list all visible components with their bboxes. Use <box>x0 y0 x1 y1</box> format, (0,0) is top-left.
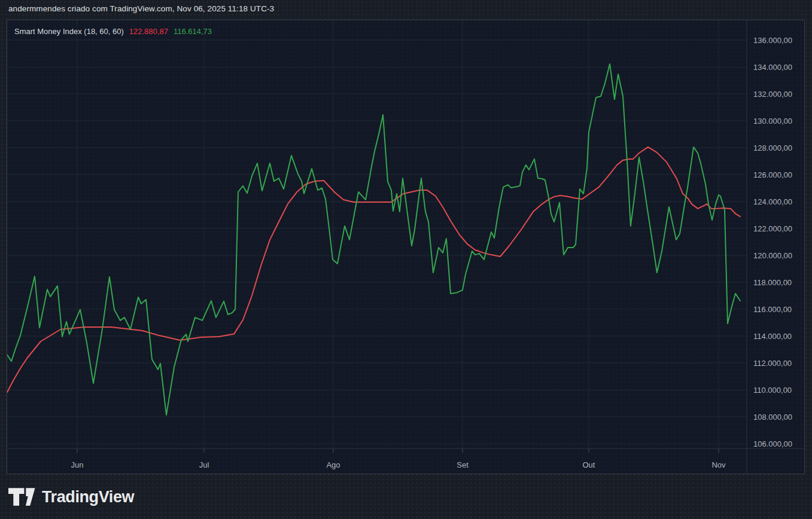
y-axis-label: 116.000,00 <box>753 305 792 314</box>
x-axis-label: Out <box>583 460 595 469</box>
y-axis-label: 110.000,00 <box>753 386 792 395</box>
y-axis-label: 124.000,00 <box>753 197 792 206</box>
x-axis-label: Nov <box>711 460 726 469</box>
tradingview-logo[interactable]: TradingView <box>8 484 134 511</box>
x-axis-label: Ago <box>326 460 340 469</box>
indicator-value-red: 122.880,87 <box>129 27 168 36</box>
indicator-title: Smart Money Index (18, 60, 60) <box>14 27 124 36</box>
y-axis-label: 130.000,00 <box>753 117 792 126</box>
y-axis-label: 126.000,00 <box>753 170 792 179</box>
y-axis-label: 134.000,00 <box>753 63 792 72</box>
y-axis-label: 112.000,00 <box>753 359 792 368</box>
chart-panel: Smart Money Index (18, 60, 60) 122.880,8… <box>7 20 805 474</box>
indicator-value-green: 116.614,73 <box>174 27 212 36</box>
indicator-legend: Smart Money Index (18, 60, 60) 122.880,8… <box>14 27 212 36</box>
x-axis-label: Jul <box>199 460 209 469</box>
y-axis-label: 128.000,00 <box>753 144 792 152</box>
series-line-green <box>7 64 740 415</box>
series-line-red <box>7 147 740 392</box>
x-axis-label: Jun <box>71 460 84 469</box>
y-axis-label: 136.000,00 <box>753 36 792 45</box>
y-axis-label: 120.000,00 <box>753 251 792 260</box>
y-axis-label: 132.000,00 <box>753 90 792 99</box>
tradingview-logo-text: TradingView <box>42 488 134 506</box>
snapshot-attribution: andermmendes criado com TradingView.com,… <box>8 4 274 13</box>
y-axis-label: 122.000,00 <box>753 224 792 233</box>
y-axis-label: 106.000,00 <box>753 439 792 448</box>
tradingview-logo-icon <box>8 488 35 506</box>
x-axis-label: Set <box>457 460 469 469</box>
y-axis-label: 108.000,00 <box>753 413 792 422</box>
y-axis-label: 118.000,00 <box>753 278 792 287</box>
chart-plot-area[interactable]: 136.000,00134.000,00132.000,00130.000,00… <box>7 20 804 474</box>
tradingview-snapshot-page: { "header": { "attribution": "andermmend… <box>0 0 812 519</box>
y-axis-label: 114.000,00 <box>753 332 792 341</box>
